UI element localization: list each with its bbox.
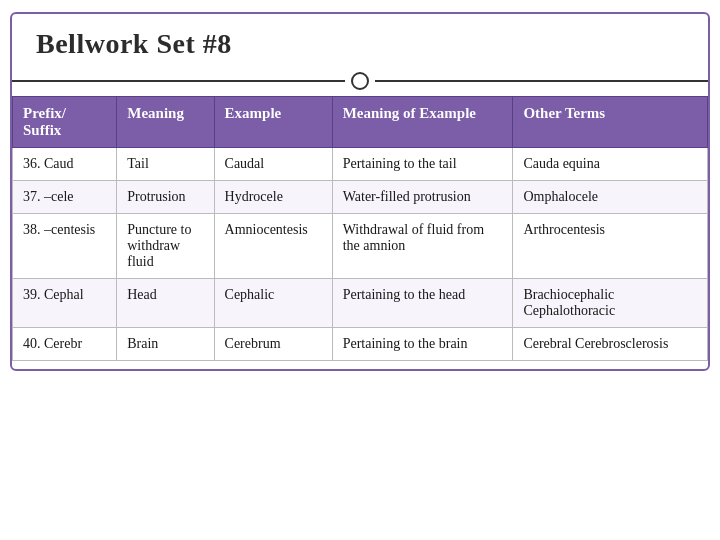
divider-line-right	[375, 80, 708, 82]
table-row: 40. CerebrBrainCerebrumPertaining to the…	[13, 328, 708, 361]
cell-other_terms: Cauda equina	[513, 148, 708, 181]
cell-meaning_of_example: Withdrawal of fluid from the amnion	[332, 214, 513, 279]
cell-prefix: 40. Cerebr	[13, 328, 117, 361]
header-meaning: Meaning	[117, 97, 214, 148]
cell-example: Amniocentesis	[214, 214, 332, 279]
cell-prefix: 36. Caud	[13, 148, 117, 181]
cell-other_terms: Omphalocele	[513, 181, 708, 214]
title-divider	[12, 72, 708, 90]
header-other-terms: Other Terms	[513, 97, 708, 148]
cell-example: Cephalic	[214, 279, 332, 328]
header-meaning-of-example: Meaning of Example	[332, 97, 513, 148]
cell-other_terms: Cerebral Cerebrosclerosis	[513, 328, 708, 361]
cell-meaning: Brain	[117, 328, 214, 361]
main-container: Bellwork Set #8 Prefix/ Suffix Meaning E…	[10, 12, 710, 371]
cell-prefix: 39. Cephal	[13, 279, 117, 328]
cell-example: Hydrocele	[214, 181, 332, 214]
table-row: 36. CaudTailCaudalPertaining to the tail…	[13, 148, 708, 181]
table-row: 37. –celeProtrusionHydroceleWater-filled…	[13, 181, 708, 214]
cell-prefix: 37. –cele	[13, 181, 117, 214]
header-prefix: Prefix/ Suffix	[13, 97, 117, 148]
table-row: 38. –centesisPuncture to withdraw fluidA…	[13, 214, 708, 279]
cell-meaning: Head	[117, 279, 214, 328]
cell-meaning: Puncture to withdraw fluid	[117, 214, 214, 279]
divider-circle	[351, 72, 369, 90]
cell-meaning_of_example: Water-filled protrusion	[332, 181, 513, 214]
cell-example: Cerebrum	[214, 328, 332, 361]
table-header-row: Prefix/ Suffix Meaning Example Meaning o…	[13, 97, 708, 148]
cell-other_terms: Brachiocephalic Cephalothoracic	[513, 279, 708, 328]
cell-prefix: 38. –centesis	[13, 214, 117, 279]
cell-example: Caudal	[214, 148, 332, 181]
cell-meaning_of_example: Pertaining to the brain	[332, 328, 513, 361]
cell-other_terms: Arthrocentesis	[513, 214, 708, 279]
cell-meaning: Tail	[117, 148, 214, 181]
content-table: Prefix/ Suffix Meaning Example Meaning o…	[12, 96, 708, 361]
cell-meaning_of_example: Pertaining to the head	[332, 279, 513, 328]
table-row: 39. CephalHeadCephalicPertaining to the …	[13, 279, 708, 328]
cell-meaning: Protrusion	[117, 181, 214, 214]
divider-line-left	[12, 80, 345, 82]
header-example: Example	[214, 97, 332, 148]
page-title: Bellwork Set #8	[36, 28, 232, 60]
title-area: Bellwork Set #8	[12, 14, 708, 68]
cell-meaning_of_example: Pertaining to the tail	[332, 148, 513, 181]
